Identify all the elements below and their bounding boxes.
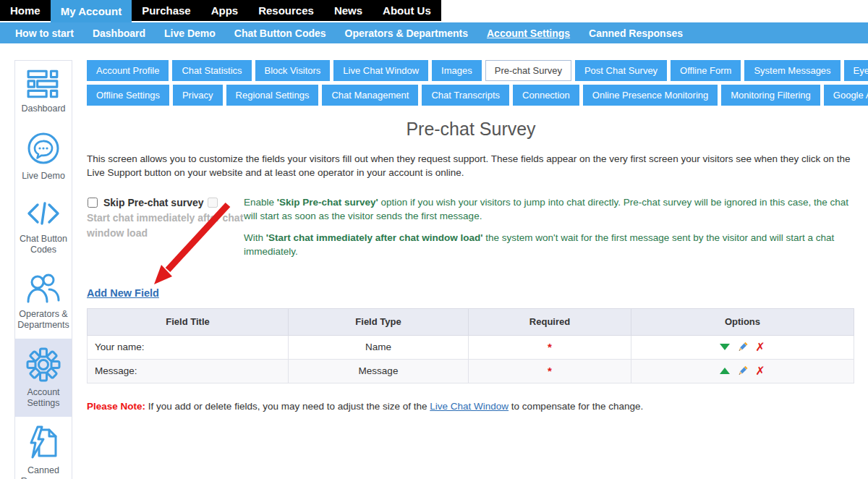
table-row: Your name: Name *: [88, 335, 854, 359]
live-chat-window-link[interactable]: Live Chat Window: [430, 401, 509, 412]
sidebar-item-operators-departments[interactable]: Operators & Departments: [15, 263, 72, 339]
subnav-item-operators-departments[interactable]: Operators & Departments: [336, 27, 477, 39]
edit-icon[interactable]: [737, 342, 748, 352]
skip-prechat-option: Skip Pre-chat survey: [87, 197, 204, 208]
nav-item-purchase[interactable]: Purchase: [132, 0, 201, 21]
nav-item-about-us[interactable]: About Us: [373, 0, 441, 21]
sidebar-item-label: Live Demo: [22, 171, 65, 182]
field-type-cell: Name: [289, 335, 469, 359]
sidebar-item-live-demo[interactable]: Live Demo: [15, 122, 72, 190]
tab-offline-settings[interactable]: Offline Settings: [87, 85, 169, 106]
tab-images[interactable]: Images: [432, 60, 482, 81]
sidebar: Dashboard Live Demo Chat Button Codes: [14, 60, 72, 479]
subnav-item-canned-responses[interactable]: Canned Responses: [579, 27, 692, 39]
tab-account-profile[interactable]: Account Profile: [87, 60, 169, 81]
table-row: Message: Message *: [88, 359, 854, 383]
tab-chat-management[interactable]: Chat Management: [322, 85, 418, 106]
sidebar-item-label: Canned Responses: [17, 465, 69, 479]
required-asterisk: *: [548, 365, 552, 377]
row-options: ✗: [632, 365, 853, 377]
skip-prechat-checkbox[interactable]: [88, 198, 98, 208]
start-chat-label: Start chat immediately after chat window…: [87, 212, 243, 239]
operators-icon: [26, 272, 61, 304]
sidebar-item-dashboard[interactable]: Dashboard: [15, 61, 72, 122]
tab-eye-catcher[interactable]: Eye Catcher: [844, 60, 868, 81]
field-title-cell: Your name:: [88, 335, 289, 359]
tab-live-chat-window[interactable]: Live Chat Window: [333, 60, 428, 81]
primary-nav: Home My Account Purchase Apps Resources …: [0, 0, 441, 21]
move-down-icon[interactable]: [720, 344, 730, 350]
lightning-document-icon: [26, 425, 61, 460]
table-header-row: Field Title Field Type Required Options: [88, 308, 854, 335]
dashboard-icon: [27, 69, 60, 98]
code-icon: [26, 198, 61, 229]
start-chat-checkbox[interactable]: [208, 198, 218, 208]
sidebar-item-label: Operators & Departments: [17, 309, 69, 331]
subnav-item-dashboard[interactable]: Dashboard: [83, 27, 155, 39]
nav-item-news[interactable]: News: [324, 0, 373, 21]
tab-regional-settings[interactable]: Regional Settings: [226, 85, 319, 106]
sidebar-item-canned-responses[interactable]: Canned Responses: [15, 417, 72, 479]
tab-offline-form[interactable]: Offline Form: [671, 60, 741, 81]
skip-prechat-help-text: Enable 'Skip Pre-chat survey' option if …: [244, 195, 855, 223]
sidebar-item-label: Account Settings: [17, 387, 69, 409]
settings-tabs-row-2: Offline Settings Privacy Regional Settin…: [87, 85, 855, 106]
tab-connection[interactable]: Connection: [513, 85, 579, 106]
start-chat-help-text: With 'Start chat immediately after chat …: [244, 231, 855, 258]
sidebar-item-label: Chat Button Codes: [17, 234, 69, 255]
row-options: ✗: [632, 342, 853, 353]
survey-fields-table: Field Title Field Type Required Options …: [87, 308, 854, 383]
survey-checkboxes: Skip Pre-chat survey Start chat immediat…: [87, 195, 244, 266]
sidebar-item-account-settings[interactable]: Account Settings: [15, 339, 72, 417]
skip-prechat-label: Skip Pre-chat survey: [103, 197, 204, 208]
nav-item-apps[interactable]: Apps: [201, 0, 249, 21]
main-content: Account Profile Chat Statistics Block Vi…: [87, 43, 855, 421]
survey-options: Skip Pre-chat survey Start chat immediat…: [87, 195, 855, 266]
survey-options-help: Enable 'Skip Pre-chat survey' option if …: [244, 195, 855, 266]
tab-block-visitors[interactable]: Block Visitors: [255, 60, 331, 81]
tab-online-presence-monitoring[interactable]: Online Presence Monitoring: [583, 85, 718, 106]
gear-icon: [26, 347, 61, 382]
edit-icon[interactable]: [737, 365, 748, 376]
col-required: Required: [469, 308, 631, 335]
page-description: This screen allows you to customize the …: [87, 152, 855, 180]
nav-item-resources[interactable]: Resources: [248, 0, 324, 21]
tab-chat-statistics[interactable]: Chat Statistics: [172, 60, 251, 81]
please-note-label: Please Note:: [87, 401, 145, 412]
subnav-item-live-demo[interactable]: Live Demo: [155, 27, 225, 39]
top-bar: Home My Account Purchase Apps Resources …: [0, 0, 868, 22]
col-field-type: Field Type: [289, 308, 469, 335]
sidebar-item-chat-button-codes[interactable]: Chat Button Codes: [15, 190, 72, 263]
delete-icon[interactable]: ✗: [755, 342, 765, 353]
nav-item-my-account[interactable]: My Account: [51, 0, 132, 22]
sidebar-item-label: Dashboard: [21, 103, 65, 114]
tab-post-chat-survey[interactable]: Post Chat Survey: [575, 60, 667, 81]
nav-item-home[interactable]: Home: [0, 0, 51, 21]
tab-pre-chat-survey[interactable]: Pre-chat Survey: [485, 60, 571, 81]
subnav-item-chat-button-codes[interactable]: Chat Button Codes: [225, 27, 336, 39]
subnav-item-account-settings[interactable]: Account Settings: [477, 27, 579, 39]
settings-tabs-row-1: Account Profile Chat Statistics Block Vi…: [87, 60, 855, 81]
page-title: Pre-chat Survey: [87, 119, 855, 140]
move-up-icon[interactable]: [720, 368, 730, 374]
tab-monitoring-filtering[interactable]: Monitoring Filtering: [721, 85, 820, 106]
col-field-title: Field Title: [88, 308, 289, 335]
delete-icon[interactable]: ✗: [755, 365, 765, 377]
live-demo-icon: [26, 131, 61, 166]
please-note: Please Note: If you add or delete fields…: [87, 401, 855, 412]
add-new-field-link[interactable]: Add New Field: [87, 287, 159, 299]
tab-google-analytics[interactable]: Google Analytics: [824, 85, 868, 106]
required-asterisk: *: [548, 341, 552, 353]
tab-privacy[interactable]: Privacy: [173, 85, 223, 106]
field-title-cell: Message:: [88, 359, 289, 383]
account-nav: How to start Dashboard Live Demo Chat Bu…: [0, 22, 868, 43]
tab-chat-transcripts[interactable]: Chat Transcripts: [422, 85, 509, 106]
field-type-cell: Message: [289, 359, 469, 383]
tab-system-messages[interactable]: System Messages: [744, 60, 840, 81]
col-options: Options: [631, 308, 854, 335]
subnav-item-how-to-start[interactable]: How to start: [6, 27, 83, 39]
